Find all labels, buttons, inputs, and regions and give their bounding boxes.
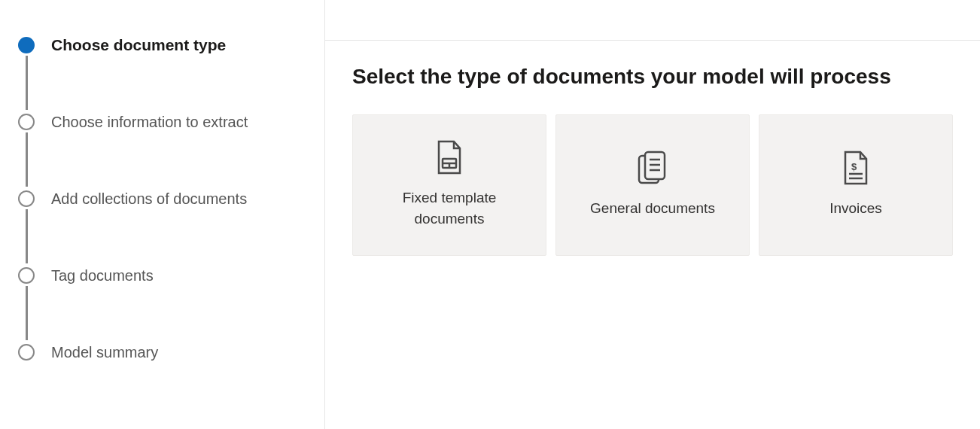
step-indicator-icon — [18, 267, 35, 284]
topbar — [325, 0, 980, 41]
step-label: Choose information to extract — [51, 114, 248, 131]
wizard-step-sidebar: Choose document type Choose information … — [0, 0, 324, 429]
step-connector — [26, 209, 28, 263]
step-label: Choose document type — [51, 36, 226, 54]
card-general-documents[interactable]: General documents — [555, 114, 750, 256]
step-connector — [26, 132, 28, 187]
page-layout: Choose document type Choose information … — [0, 0, 980, 429]
invoice-document-icon: $ — [839, 151, 872, 184]
step-connector — [26, 286, 28, 340]
step-indicator-icon — [18, 114, 35, 130]
card-label: General documents — [577, 198, 729, 220]
main-panel: Select the type of documents your model … — [324, 0, 980, 429]
card-fixed-template-documents[interactable]: Fixed template documents — [352, 114, 546, 256]
step-indicator-icon — [18, 344, 35, 361]
step-choose-document-type[interactable]: Choose document type — [18, 33, 306, 57]
card-invoices[interactable]: $ Invoices — [759, 114, 953, 256]
step-model-summary[interactable]: Model summary — [18, 340, 306, 364]
step-label: Add collections of documents — [51, 190, 247, 208]
content-area: Select the type of documents your model … — [325, 41, 980, 280]
step-tag-documents[interactable]: Tag documents — [18, 263, 306, 288]
document-type-cards: Fixed template documents General documen… — [352, 114, 953, 256]
step-label: Tag documents — [51, 267, 154, 284]
step-indicator-icon — [18, 37, 35, 53]
page-title: Select the type of documents your model … — [352, 65, 953, 89]
general-document-icon — [636, 151, 669, 184]
template-document-icon — [433, 141, 466, 174]
step-connector — [26, 56, 28, 110]
step-choose-information-to-extract[interactable]: Choose information to extract — [18, 110, 306, 134]
step-add-collections-of-documents[interactable]: Add collections of documents — [18, 187, 306, 211]
svg-text:$: $ — [851, 161, 857, 172]
card-label: Invoices — [816, 198, 896, 220]
wizard-steps-list: Choose document type Choose information … — [18, 33, 306, 364]
step-label: Model summary — [51, 344, 158, 361]
step-indicator-icon — [18, 190, 35, 207]
card-label: Fixed template documents — [353, 187, 546, 230]
